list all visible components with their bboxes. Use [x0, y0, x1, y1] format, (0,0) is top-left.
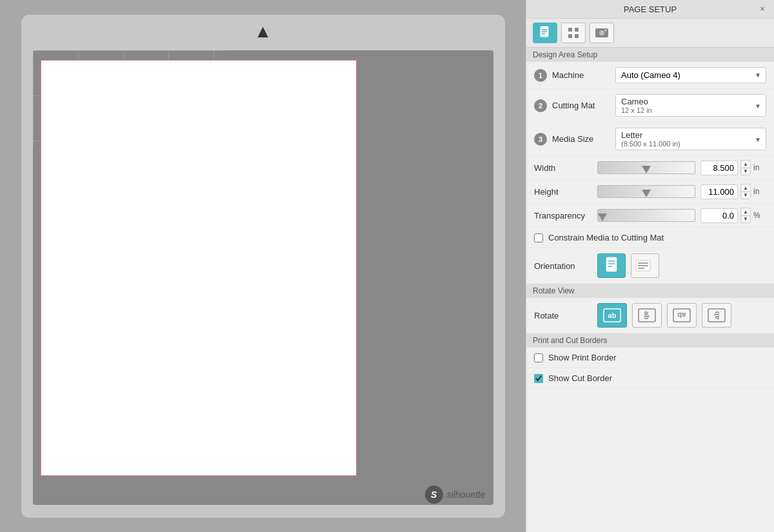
rotate-btn-3[interactable]: ab: [667, 303, 697, 328]
height-row: Height ▲ ▼ in: [526, 180, 774, 204]
transparency-decrement-button[interactable]: ▼: [740, 215, 751, 223]
rotate-btn-2[interactable]: ab: [632, 303, 662, 328]
transparency-value-container: ▲ ▼ %: [700, 208, 766, 223]
tab-photo[interactable]: [590, 23, 614, 43]
transparency-spinner: ▲ ▼: [740, 208, 751, 223]
svg-text:ab: ab: [677, 311, 686, 319]
width-unit: in: [753, 163, 766, 172]
media-size-number: 3: [534, 133, 547, 146]
show-print-border-checkbox[interactable]: [534, 353, 543, 362]
constrain-label: Constrain Media to Cutting Mat: [548, 233, 664, 242]
machine-dropdown-container: Auto (Cameo 4) ▼: [615, 67, 766, 83]
media-size-dropdown-display[interactable]: Letter (8.500 x 11.000 in): [615, 128, 766, 150]
width-decrement-button[interactable]: ▼: [740, 168, 751, 175]
media-size-label: Media Size: [552, 134, 610, 144]
width-spinner: ▲ ▼: [740, 160, 751, 175]
height-spinner: ▲ ▼: [740, 184, 751, 199]
height-label: Height: [534, 187, 592, 197]
width-label: Width: [534, 163, 592, 173]
width-slider[interactable]: [597, 161, 695, 174]
cutting-mat-row: 2 Cutting Mat Cameo 12 x 12 in ▼: [526, 89, 774, 123]
show-cut-border-checkbox[interactable]: [534, 374, 543, 383]
transparency-slider-thumb: [598, 213, 607, 221]
silhouette-circle-icon: S: [425, 486, 443, 504]
width-slider-thumb: [642, 166, 651, 173]
width-input[interactable]: [700, 161, 738, 175]
media-size-row: 3 Media Size Letter (8.500 x 11.000 in) …: [526, 123, 774, 156]
constrain-row: Constrain Media to Cutting Mat: [526, 228, 774, 248]
rotate-btn-4[interactable]: ab: [702, 303, 731, 328]
borders-section-header: Print and Cut Borders: [526, 333, 774, 348]
machine-select[interactable]: Auto (Cameo 4): [615, 67, 766, 83]
constrain-checkbox[interactable]: [534, 233, 543, 242]
tab-page[interactable]: [533, 23, 557, 43]
landscape-button[interactable]: [631, 253, 659, 278]
height-value-container: ▲ ▼ in: [700, 184, 766, 199]
transparency-increment-button[interactable]: ▲: [740, 208, 751, 215]
tab-grid[interactable]: [561, 23, 586, 43]
svg-rect-10: [606, 257, 617, 271]
svg-point-8: [599, 30, 604, 35]
svg-rect-6: [575, 34, 579, 38]
height-input[interactable]: [700, 184, 738, 199]
svg-rect-3: [568, 28, 572, 32]
orientation-row: Orientation: [526, 248, 774, 284]
orientation-label: Orientation: [534, 261, 592, 271]
width-value-container: ▲ ▼ in: [700, 160, 766, 175]
height-decrement-button[interactable]: ▼: [740, 192, 751, 199]
transparency-unit: %: [753, 211, 766, 220]
close-button[interactable]: ×: [757, 4, 768, 14]
show-print-border-row: Show Print Border: [526, 348, 774, 368]
design-area-section-header: Design Area Setup: [526, 48, 774, 62]
show-cut-border-label: Show Cut Border: [548, 373, 612, 383]
svg-text:ab: ab: [713, 311, 720, 319]
height-unit: in: [753, 187, 766, 196]
rotate-view-section-header: Rotate View: [526, 284, 774, 298]
cutting-mat-dropdown-display[interactable]: Cameo 12 x 12 in: [615, 94, 766, 117]
panel-title: PAGE SETUP: [543, 5, 757, 14]
panel-header: PAGE SETUP ×: [526, 0, 774, 19]
cutting-mat-number: 2: [534, 99, 547, 112]
svg-point-9: [605, 30, 607, 32]
grid-mat: [33, 50, 493, 505]
panel-content: Design Area Setup 1 Machine Auto (Cameo …: [526, 48, 774, 532]
show-cut-border-row: Show Cut Border: [526, 368, 774, 389]
height-slider-thumb: [642, 190, 651, 197]
mat-container: ▲ S silhouette: [21, 15, 505, 518]
rotate-row: Rotate ab ab ab: [526, 298, 774, 333]
canvas-area: ▲ S silhouette: [0, 0, 526, 532]
page-setup-panel: PAGE SETUP × Des: [526, 0, 774, 532]
transparency-slider[interactable]: [597, 209, 695, 222]
machine-label: Machine: [552, 70, 610, 80]
svg-text:ab: ab: [608, 311, 617, 319]
silhouette-logo: S silhouette: [425, 486, 486, 504]
rotate-btn-1[interactable]: ab: [597, 303, 627, 328]
show-print-border-label: Show Print Border: [548, 353, 617, 362]
height-increment-button[interactable]: ▲: [740, 184, 751, 192]
paper-sheet: [41, 60, 357, 476]
svg-text:ab: ab: [643, 311, 651, 320]
cutting-mat-label: Cutting Mat: [552, 101, 610, 110]
portrait-button[interactable]: [597, 253, 626, 278]
svg-rect-4: [575, 28, 579, 32]
rotate-label: Rotate: [534, 311, 592, 320]
machine-row: 1 Machine Auto (Cameo 4) ▼: [526, 62, 774, 89]
transparency-label: Transparency: [534, 211, 592, 221]
media-size-dropdown-container: Letter (8.500 x 11.000 in) ▼: [615, 128, 766, 150]
width-increment-button[interactable]: ▲: [740, 160, 751, 168]
width-row: Width ▲ ▼ in: [526, 156, 774, 180]
arrow-up-icon: ▲: [254, 21, 272, 42]
transparency-row: Transparency ▲ ▼ %: [526, 204, 774, 228]
panel-tabs: [526, 19, 774, 48]
silhouette-text: silhouette: [447, 489, 486, 500]
height-slider[interactable]: [597, 185, 695, 198]
machine-number: 1: [534, 69, 547, 82]
svg-rect-5: [568, 34, 572, 38]
transparency-input[interactable]: [700, 208, 738, 223]
cutting-mat-dropdown-container: Cameo 12 x 12 in ▼: [615, 94, 766, 117]
